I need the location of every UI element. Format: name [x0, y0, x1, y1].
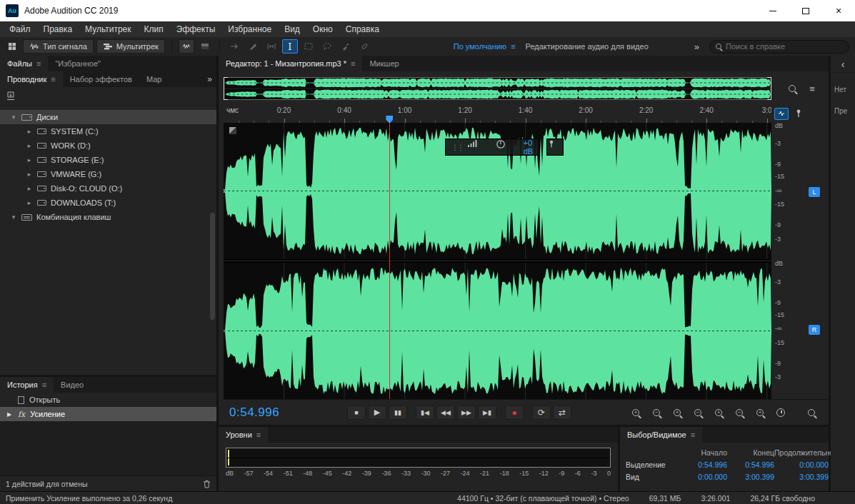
tab-favorites[interactable]: "Избранное": [48, 56, 108, 71]
panel-menu-icon[interactable]: ≡: [256, 430, 261, 439]
selection-value[interactable]: 0:54.996: [727, 460, 774, 469]
toolbar-overflow-chevron[interactable]: »: [694, 41, 699, 52]
tab-levels[interactable]: Уровни ≡: [219, 427, 268, 443]
tree-item-drive-0[interactable]: ▸SYSTEM (C:): [0, 124, 216, 138]
razor-tool[interactable]: [245, 39, 261, 54]
panel-menu-icon[interactable]: ≡: [42, 380, 46, 389]
zoom-in-point-button[interactable]: +: [711, 406, 726, 419]
zoom-in-button[interactable]: +: [629, 406, 643, 419]
paintbrush-selection-tool[interactable]: [338, 39, 354, 54]
menu-item-6[interactable]: Вид: [278, 21, 306, 37]
tree-item-drive-2[interactable]: ▸STORAGE (E:): [0, 153, 216, 167]
tab-editor[interactable]: Редактор: 1 - Мизантропия.mp3 * ≡: [219, 56, 362, 71]
menu-item-3[interactable]: Клип: [138, 21, 170, 37]
loop-playback-button[interactable]: ⟳: [532, 405, 551, 420]
workspace-selector[interactable]: По умолчанию ≡: [454, 42, 516, 51]
spot-healing-brush-tool[interactable]: [356, 39, 372, 54]
zoom-in-time-button[interactable]: +: [670, 406, 684, 419]
chevron-right-icon[interactable]: ▸: [26, 128, 33, 135]
panel-menu-icon[interactable]: ≡: [691, 430, 695, 439]
menu-item-8[interactable]: Справка: [339, 21, 386, 37]
help-search[interactable]: [709, 40, 849, 54]
maximize-button[interactable]: [789, 0, 822, 21]
show-spectral-display-button[interactable]: [197, 39, 213, 54]
history-item-open[interactable]: Открыть: [0, 393, 216, 407]
chevron-right-icon[interactable]: ▸: [26, 199, 33, 206]
chevron-down-icon[interactable]: ▾: [10, 213, 17, 221]
selection-value[interactable]: 0:00.000: [774, 460, 829, 469]
pin-hud-button[interactable]: [794, 109, 803, 119]
playhead-marker[interactable]: [386, 116, 393, 123]
time-selection-tool[interactable]: I: [282, 39, 298, 54]
chevron-right-icon[interactable]: ▸: [26, 185, 33, 192]
trash-icon[interactable]: [203, 480, 211, 488]
hud-pin-button[interactable]: [546, 138, 564, 156]
zoom-reset-button[interactable]: [804, 406, 819, 419]
move-tool[interactable]: [226, 39, 242, 54]
record-button[interactable]: ●: [505, 405, 524, 420]
tree-item-shortcuts[interactable]: ▾ Комбинация клавиш: [0, 210, 216, 224]
workspace-grid-icon[interactable]: [4, 39, 20, 54]
tab-video[interactable]: Видео: [54, 377, 91, 393]
skip-to-start-button[interactable]: ▮◀: [416, 405, 434, 420]
zoom-selection-button[interactable]: +: [753, 406, 767, 419]
channel-left-button[interactable]: L: [809, 187, 820, 197]
selection-value[interactable]: 0:54.996: [680, 460, 727, 469]
playhead-line[interactable]: [389, 123, 390, 399]
minimize-button[interactable]: [756, 0, 789, 21]
selection-value[interactable]: 3:00.399: [774, 473, 829, 481]
selection-value[interactable]: 3:00.399: [727, 473, 774, 481]
chevron-right-icon[interactable]: ▸: [26, 171, 33, 178]
waveform-view-button[interactable]: Тип сигнала: [23, 39, 94, 54]
menu-item-0[interactable]: Файл: [3, 21, 37, 37]
selection-value[interactable]: 0:00.000: [680, 473, 727, 481]
tree-item-disks[interactable]: ▾ Диски: [0, 110, 216, 124]
panel-menu-icon[interactable]: ≡: [351, 59, 355, 68]
slip-tool[interactable]: [264, 39, 279, 54]
zoom-out-point-button[interactable]: −: [732, 406, 746, 419]
volume-knob-icon[interactable]: [496, 139, 519, 155]
menu-item-1[interactable]: Правка: [37, 21, 79, 37]
menu-item-5[interactable]: Избранное: [221, 21, 278, 37]
overview-navigator[interactable]: [224, 77, 771, 100]
files-scrollbar[interactable]: [210, 213, 215, 320]
import-button[interactable]: [6, 91, 16, 101]
time-display[interactable]: 0:54.996: [229, 405, 347, 420]
hud-gain-value[interactable]: +0 dB: [524, 138, 533, 156]
search-input[interactable]: [726, 42, 833, 51]
zoom-out-button[interactable]: −: [649, 406, 664, 419]
close-button[interactable]: ×: [822, 0, 855, 21]
ruler-unit-label[interactable]: чмс: [226, 106, 239, 114]
timer-button[interactable]: [774, 406, 788, 419]
waveform-display[interactable]: ⋮⋮ +0 dB: [224, 123, 771, 399]
history-item-amplify[interactable]: ▶ fx Усиление: [0, 407, 216, 421]
subtab-0[interactable]: Проводник≡: [0, 71, 63, 87]
tree-item-drive-3[interactable]: ▸VMWARE (G:): [0, 167, 216, 181]
panel-menu-icon[interactable]: ≡: [36, 59, 41, 68]
hud-toggle-button[interactable]: [774, 108, 789, 120]
chevron-down-icon[interactable]: ▾: [10, 114, 17, 121]
tab-selection[interactable]: Выбор/Видимое ≡: [620, 427, 702, 443]
tree-item-drive-1[interactable]: ▸WORK (D:): [0, 138, 216, 153]
marquee-selection-tool[interactable]: [301, 39, 316, 54]
collapsed-panel-label-0[interactable]: Нет: [834, 86, 854, 94]
tab-mixer[interactable]: Микшер: [362, 56, 406, 71]
menu-item-2[interactable]: Мультитрек: [79, 21, 137, 37]
rewind-button[interactable]: ◀◀: [436, 405, 455, 420]
hud-drag-handle[interactable]: ⋮⋮: [451, 143, 463, 151]
collapsed-panel-label-1[interactable]: Пре: [834, 107, 854, 115]
skip-selection-button[interactable]: ⇄: [553, 405, 571, 420]
timeline-ruler[interactable]: чмс 0:200:401:001:201:402:002:202:403:0: [224, 104, 771, 123]
show-waveform-display-button[interactable]: [179, 39, 194, 54]
subtab-2[interactable]: Мар: [139, 71, 169, 87]
play-button[interactable]: ▶: [368, 405, 386, 420]
tab-history[interactable]: История ≡: [0, 377, 54, 393]
tree-item-drive-5[interactable]: ▸DOWNLOADS (T:): [0, 196, 216, 210]
expand-panel-button[interactable]: ‹: [831, 56, 855, 73]
subtab-overflow-chevron[interactable]: »: [207, 74, 212, 84]
volume-hud[interactable]: ⋮⋮ +0 dB: [445, 138, 539, 156]
multitrack-view-button[interactable]: Мультитрек: [96, 39, 165, 54]
overview-menu-button[interactable]: ≡: [809, 84, 815, 94]
fast-forward-button[interactable]: ▶▶: [457, 405, 476, 420]
tab-files[interactable]: Файлы ≡: [0, 56, 48, 71]
